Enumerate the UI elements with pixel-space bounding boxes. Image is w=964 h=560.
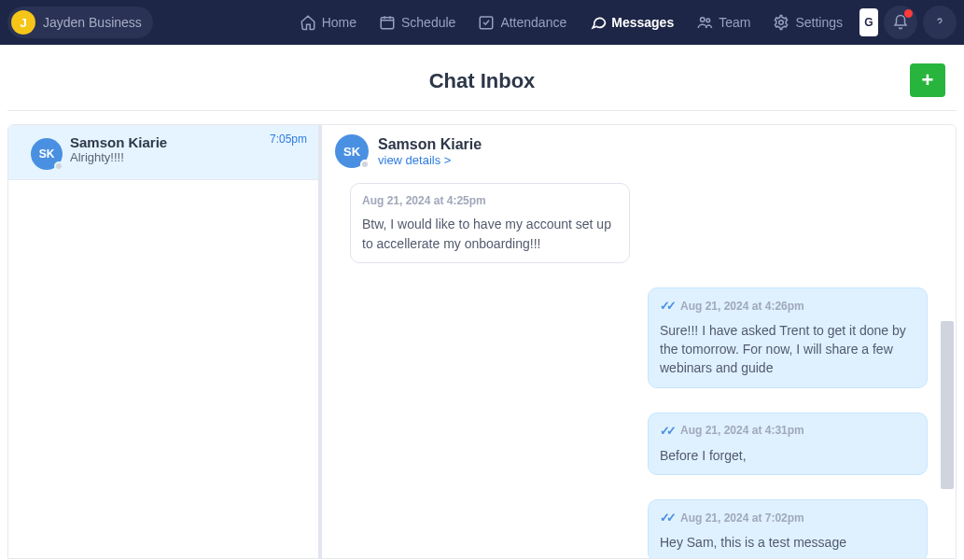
thread-avatar: SK (31, 138, 63, 170)
gear-icon (773, 14, 789, 31)
thread-preview: Alrighty!!!! (70, 150, 307, 164)
message-timestamp: ✓✓ Aug 21, 2024 at 4:31pm (660, 423, 915, 441)
calendar-icon (379, 14, 396, 31)
top-navbar: J Jayden Business Home Schedule Attendan… (0, 0, 964, 45)
notification-dot (904, 9, 913, 18)
svg-rect-0 (381, 18, 394, 29)
svg-point-3 (706, 19, 710, 22)
message-timestamp: ✓✓ Aug 21, 2024 at 7:02pm (660, 510, 915, 527)
message-bubble-outgoing: ✓✓ Aug 21, 2024 at 4:26pm Sure!!! I have… (648, 287, 928, 388)
thread-item[interactable]: SK Samson Kiarie Alrighty!!!! 7:05pm (8, 125, 318, 180)
nav-settings[interactable]: Settings (761, 0, 854, 45)
chat-avatar-initials: SK (343, 145, 360, 159)
user-avatar: J (11, 10, 35, 35)
message-timestamp: ✓✓ Aug 21, 2024 at 4:26pm (660, 298, 915, 315)
check-square-icon (478, 14, 495, 31)
message-bubble-outgoing: ✓✓ Aug 21, 2024 at 7:02pm Hey Sam, this … (648, 499, 928, 558)
nav-messages[interactable]: Messages (578, 0, 685, 45)
read-receipt-icon: ✓✓ (660, 423, 673, 441)
message-ts-text: Aug 21, 2024 at 4:31pm (680, 423, 804, 439)
chat-contact-name: Samson Kiarie (378, 136, 482, 153)
svg-point-2 (701, 18, 706, 22)
home-icon (300, 14, 316, 31)
scrollbar-thumb[interactable] (941, 321, 954, 489)
nav-team-label: Team (719, 15, 750, 30)
svg-point-4 (779, 21, 784, 25)
nav-settings-label: Settings (795, 15, 843, 30)
message-ts-text: Aug 21, 2024 at 7:02pm (680, 511, 804, 526)
chat-body[interactable]: Aug 21, 2024 at 4:25pm Btw, I would like… (322, 177, 956, 558)
read-receipt-icon: ✓✓ (660, 510, 673, 527)
plus-icon: + (922, 68, 934, 92)
chat-pane: SK Samson Kiarie view details > Aug 21, … (322, 125, 956, 558)
view-details-link[interactable]: view details > (378, 153, 482, 167)
page-header: Chat Inbox + (7, 45, 957, 111)
user-chip[interactable]: J Jayden Business (7, 7, 153, 38)
chat-avatar: SK (335, 134, 369, 168)
help-button[interactable] (923, 6, 957, 39)
presence-dot (54, 161, 63, 171)
nav-schedule-label: Schedule (401, 15, 455, 30)
notifications-button[interactable] (884, 6, 917, 39)
message-text: Sure!!! I have asked Trent to get it don… (660, 321, 915, 378)
thread-time: 7:05pm (270, 133, 307, 146)
nav-messages-label: Messages (611, 15, 674, 30)
message-ts-text: Aug 21, 2024 at 4:26pm (680, 299, 804, 315)
chat-header: SK Samson Kiarie view details > (322, 125, 956, 177)
message-text: Before I forget, (660, 446, 915, 465)
presence-dot (360, 160, 370, 169)
thread-list: SK Samson Kiarie Alrighty!!!! 7:05pm (8, 125, 322, 558)
thread-avatar-initials: SK (39, 147, 55, 161)
page-title: Chat Inbox (429, 69, 536, 93)
help-icon (932, 15, 947, 30)
message-timestamp: Aug 21, 2024 at 4:25pm (362, 193, 618, 209)
nav-team[interactable]: Team (685, 0, 761, 45)
read-receipt-icon: ✓✓ (660, 298, 673, 315)
message-bubble-outgoing: ✓✓ Aug 21, 2024 at 4:31pm Before I forge… (648, 413, 928, 475)
nav-home[interactable]: Home (288, 0, 368, 45)
team-icon (696, 14, 713, 31)
nav-home-label: Home (322, 15, 356, 30)
main-container: SK Samson Kiarie Alrighty!!!! 7:05pm SK … (7, 124, 957, 559)
nav-attendance[interactable]: Attendance (467, 0, 578, 45)
app-indicator[interactable]: G (859, 8, 878, 36)
message-bubble-incoming: Aug 21, 2024 at 4:25pm Btw, I would like… (350, 183, 630, 263)
message-text: Hey Sam, this is a test message (660, 533, 915, 552)
nav-attendance-label: Attendance (500, 15, 566, 30)
chat-icon (589, 14, 606, 31)
nav-schedule[interactable]: Schedule (368, 0, 467, 45)
user-name-label: Jayden Business (43, 15, 142, 30)
compose-button[interactable]: + (910, 63, 945, 97)
message-text: Btw, I would like to have my account set… (362, 215, 618, 253)
